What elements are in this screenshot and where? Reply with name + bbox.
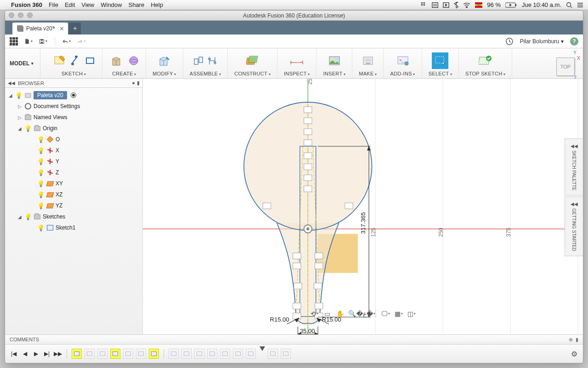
node-named-views[interactable]: ▷ Named Views bbox=[5, 112, 142, 123]
sidetab-sketch-palette[interactable]: ◀◀SKETCH PALETTE bbox=[565, 138, 583, 196]
battery-icon[interactable] bbox=[505, 2, 517, 8]
tl-first[interactable]: |◀ bbox=[10, 350, 18, 358]
ribbon-assemble[interactable]: ASSEMBLE bbox=[183, 48, 228, 78]
traffic-lights[interactable] bbox=[9, 12, 33, 18]
activate-icon[interactable] bbox=[71, 92, 76, 98]
twisty-icon[interactable]: ◢ bbox=[8, 93, 13, 98]
node-sketches[interactable]: ◢💡 Sketches bbox=[5, 211, 142, 222]
tl-play[interactable]: ▶ bbox=[32, 350, 40, 358]
tl-last[interactable]: ▶▶ bbox=[54, 350, 62, 358]
fit-button[interactable]: �ع� bbox=[361, 309, 371, 319]
browser-settings-icon[interactable]: ● bbox=[132, 80, 135, 86]
menu-edit[interactable]: Edit bbox=[65, 1, 75, 8]
tl-item-13[interactable] bbox=[233, 349, 243, 359]
display-button[interactable]: 🖵 bbox=[381, 309, 391, 319]
tl-item-6[interactable] bbox=[136, 349, 146, 359]
tl-prev[interactable]: ◀ bbox=[21, 350, 29, 358]
comments-pin-icon[interactable]: ▮ bbox=[576, 337, 578, 343]
menu-window[interactable]: Window bbox=[101, 1, 122, 8]
spotlight-icon[interactable] bbox=[566, 2, 572, 8]
tl-item-8[interactable] bbox=[169, 349, 179, 359]
tl-item-5[interactable] bbox=[123, 349, 133, 359]
ribbon-modify[interactable]: MODIFY bbox=[146, 48, 183, 78]
canvas[interactable]: 250 125 250 375 500 bbox=[143, 79, 583, 334]
menu-share[interactable]: Share bbox=[128, 1, 144, 8]
browser-header[interactable]: ◀◀ BROWSER ●▮ bbox=[5, 79, 142, 88]
ribbon-construct[interactable]: CONSTRUCT bbox=[228, 48, 277, 78]
dropbox-icon[interactable] bbox=[421, 2, 427, 8]
grid-button[interactable]: ▦ bbox=[394, 309, 404, 319]
tl-item-16[interactable] bbox=[281, 349, 291, 359]
collapse-icon[interactable]: ◀◀ bbox=[8, 80, 15, 86]
sidetab-getting-started[interactable]: ◀◀GETTING STARTED bbox=[565, 196, 583, 256]
pan-button[interactable]: ✋ bbox=[335, 309, 345, 319]
node-origin[interactable]: ◢💡 Origin bbox=[5, 123, 142, 134]
tl-item-15[interactable] bbox=[268, 349, 278, 359]
ribbon-addins[interactable]: >_ ADD-INS bbox=[384, 48, 422, 78]
tl-item-11[interactable] bbox=[207, 349, 217, 359]
node-origin-xz[interactable]: 💡XZ bbox=[5, 189, 142, 200]
node-origin-x[interactable]: 💡X bbox=[5, 145, 142, 156]
tl-item-7[interactable] bbox=[149, 349, 159, 359]
tl-item-10[interactable] bbox=[194, 349, 204, 359]
flag-icon[interactable]: ISO bbox=[475, 2, 482, 8]
tab-paleta[interactable]: Paleta v20* ● ✕ bbox=[12, 23, 68, 34]
data-panel-button[interactable] bbox=[10, 37, 18, 46]
node-origin-xy[interactable]: 💡XY bbox=[5, 178, 142, 189]
menu-view[interactable]: View bbox=[81, 1, 94, 8]
node-origin-z[interactable]: 💡Z bbox=[5, 167, 142, 178]
comments-add-icon[interactable]: ⊕ bbox=[569, 337, 573, 343]
tl-item-1[interactable] bbox=[72, 349, 82, 359]
node-doc-settings[interactable]: ▷ Document Settings bbox=[5, 101, 142, 112]
tl-item-2[interactable] bbox=[85, 349, 95, 359]
clock[interactable]: Jue 10:40 a.m. bbox=[522, 1, 561, 8]
notifications-icon[interactable] bbox=[577, 2, 583, 8]
menu-help[interactable]: Help bbox=[151, 1, 163, 8]
status-icon-2[interactable] bbox=[443, 2, 449, 8]
ribbon-create[interactable]: CREATE bbox=[102, 48, 146, 78]
tl-item-14[interactable] bbox=[246, 349, 256, 359]
file-menu-button[interactable] bbox=[24, 37, 33, 46]
browser-pin-icon[interactable]: ▮ bbox=[137, 80, 140, 86]
tl-settings-icon[interactable]: ⚙ bbox=[571, 350, 577, 358]
comments-bar[interactable]: COMMENTS ⊕▮ bbox=[5, 334, 583, 345]
ribbon-sketch[interactable]: SKETCH bbox=[45, 48, 102, 78]
bluetooth-icon[interactable] bbox=[454, 2, 458, 8]
ribbon-insert[interactable]: INSERT bbox=[317, 48, 352, 78]
wifi-icon[interactable] bbox=[463, 2, 470, 8]
tl-item-12[interactable] bbox=[220, 349, 230, 359]
tl-marker[interactable] bbox=[260, 346, 265, 351]
svg-point-14 bbox=[72, 63, 74, 65]
undo-button[interactable] bbox=[62, 37, 71, 46]
app-name[interactable]: Fusion 360 bbox=[11, 1, 42, 8]
workspace-switcher[interactable]: MODEL bbox=[10, 48, 40, 78]
user-menu[interactable]: Pilar Bolumburu ▾ bbox=[520, 38, 564, 45]
node-origin-y[interactable]: 💡Y bbox=[5, 156, 142, 167]
tab-close-icon[interactable]: ✕ bbox=[59, 25, 64, 32]
viewcube[interactable]: YXZ TOP bbox=[550, 51, 578, 80]
tl-next[interactable]: ▶| bbox=[43, 350, 51, 358]
ribbon-make[interactable]: MAKE bbox=[352, 48, 384, 78]
menu-file[interactable]: File bbox=[49, 1, 58, 8]
tl-item-3[interactable] bbox=[97, 349, 107, 359]
node-sketch1[interactable]: 💡Sketch1 bbox=[5, 222, 142, 233]
tl-item-9[interactable] bbox=[181, 349, 192, 359]
redo-button[interactable] bbox=[77, 37, 85, 46]
viewport-button[interactable]: ◫ bbox=[407, 309, 417, 319]
save-button[interactable] bbox=[39, 37, 47, 46]
node-origin-yz[interactable]: 💡YZ bbox=[5, 200, 142, 211]
tl-item-4[interactable] bbox=[110, 349, 120, 359]
bulb-icon[interactable]: 💡 bbox=[15, 92, 23, 99]
viewcube-face[interactable]: TOP bbox=[556, 58, 575, 76]
node-root[interactable]: ◢ 💡 Paleta v20 bbox=[5, 90, 142, 101]
orbit-button[interactable]: ⟲ bbox=[310, 309, 320, 319]
node-origin-o[interactable]: 💡O bbox=[5, 134, 142, 145]
help-button[interactable]: ? bbox=[570, 37, 578, 46]
ribbon-inspect[interactable]: INSPECT bbox=[277, 48, 317, 78]
tab-add-button[interactable]: + bbox=[69, 23, 81, 34]
status-icon-1[interactable] bbox=[432, 2, 438, 8]
lookat-button[interactable]: ▭ bbox=[322, 309, 333, 319]
ribbon-select[interactable]: SELECT bbox=[422, 48, 459, 78]
job-status-icon[interactable] bbox=[505, 37, 514, 46]
ribbon-stop-sketch[interactable]: STOP SKETCH bbox=[459, 48, 512, 78]
